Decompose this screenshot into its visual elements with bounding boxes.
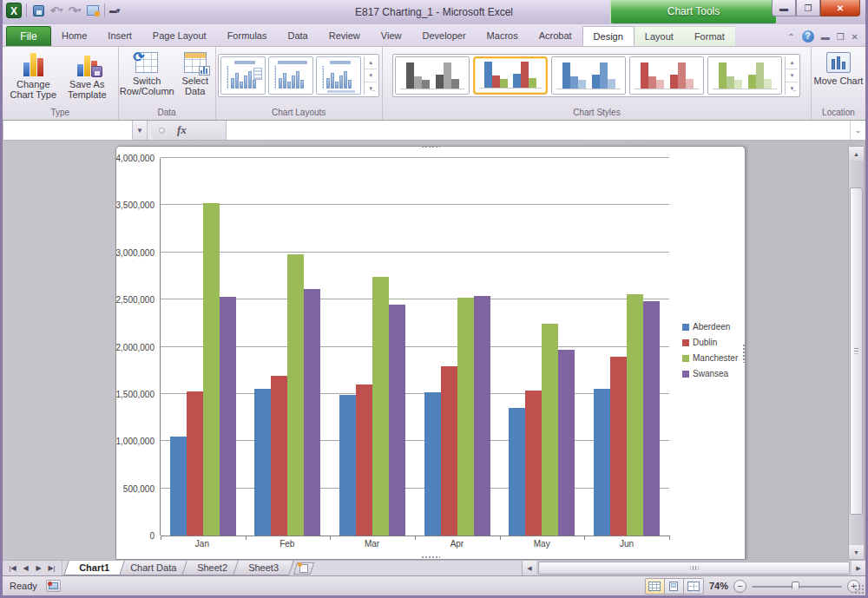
formula-input[interactable] — [227, 121, 850, 140]
bar-manchester-apr[interactable] — [457, 298, 474, 536]
scroll-left-icon[interactable]: ◀ — [523, 561, 536, 575]
scroll-right-icon[interactable]: ▶ — [852, 561, 865, 575]
bar-aberdeen-mar[interactable] — [339, 395, 356, 536]
next-sheet-icon[interactable]: ▶ — [33, 564, 44, 572]
page-break-preview-button[interactable] — [684, 579, 703, 594]
legend-item-swansea[interactable]: Swansea — [682, 369, 738, 378]
tab-page-layout[interactable]: Page Layout — [142, 26, 217, 46]
scroll-down-icon[interactable]: ▼ — [849, 545, 864, 559]
horizontal-scrollbar[interactable]: ◀ ▶ — [522, 561, 865, 575]
tab-macros[interactable]: Macros — [477, 26, 529, 46]
chart-layout-option-3[interactable] — [316, 56, 361, 95]
tab-acrobat[interactable]: Acrobat — [529, 26, 582, 46]
legend-item-dublin[interactable]: Dublin — [682, 338, 738, 347]
page-layout-view-button[interactable] — [665, 579, 684, 594]
expand-formula-bar-icon[interactable]: ⌄ — [850, 121, 865, 140]
chart-resize-handle-right[interactable] — [742, 344, 746, 363]
bar-manchester-feb[interactable] — [287, 254, 304, 536]
chart-style-option-5[interactable] — [707, 56, 782, 95]
workbook-restore-icon[interactable]: ❐ — [837, 32, 845, 42]
bar-dublin-may[interactable] — [525, 391, 542, 536]
previous-sheet-icon[interactable]: ◀ — [20, 564, 31, 572]
chart-legend[interactable]: AberdeenDublinManchesterSwansea — [682, 322, 738, 384]
bar-swansea-jun[interactable] — [643, 301, 660, 536]
tab-data[interactable]: Data — [277, 26, 318, 46]
plot-area[interactable] — [160, 158, 669, 536]
bar-swansea-may[interactable] — [558, 350, 575, 536]
tab-review[interactable]: Review — [319, 26, 371, 46]
chart-style-option-4[interactable] — [629, 56, 704, 95]
bar-aberdeen-jan[interactable] — [170, 437, 187, 536]
move-chart-button[interactable]: Move Chart — [812, 49, 865, 86]
normal-view-button[interactable] — [646, 579, 665, 594]
tab-format[interactable]: Format — [684, 26, 735, 46]
tab-design[interactable]: Design — [582, 26, 635, 46]
horizontal-scroll-thumb[interactable] — [538, 562, 850, 575]
tab-home[interactable]: Home — [51, 26, 97, 46]
tab-view[interactable]: View — [371, 26, 412, 46]
bar-manchester-jun[interactable] — [627, 294, 643, 536]
first-sheet-icon[interactable]: |◀ — [7, 564, 18, 572]
switch-row-column-button[interactable]: ⟳ Switch Row/Column — [119, 49, 175, 96]
save-as-template-button[interactable]: Save As Template — [60, 49, 114, 100]
tab-layout[interactable]: Layout — [635, 26, 684, 46]
bar-swansea-feb[interactable] — [304, 289, 320, 536]
chart-sheet[interactable]: 0500,0001,000,0001,500,0002,000,0002,500… — [115, 146, 746, 560]
tab-developer[interactable]: Developer — [411, 26, 476, 46]
minimize-ribbon-icon[interactable]: ⌃ — [787, 32, 794, 42]
vertical-scrollbar[interactable]: ▲ ▼ — [848, 146, 865, 560]
bar-swansea-mar[interactable] — [389, 305, 405, 536]
gallery-more-icon[interactable]: ▼̲ — [365, 82, 377, 95]
name-box[interactable] — [3, 121, 133, 140]
chart-style-option-3[interactable] — [551, 56, 626, 95]
bar-aberdeen-feb[interactable] — [254, 389, 271, 536]
select-data-button[interactable]: Select Data — [175, 49, 215, 96]
chart-style-option-2[interactable] — [473, 56, 548, 95]
chart-layout-option-2[interactable] — [268, 56, 313, 95]
insert-function-button[interactable]: fx — [177, 123, 187, 137]
bar-swansea-jan[interactable] — [220, 297, 236, 536]
macro-record-icon[interactable] — [46, 580, 61, 592]
bar-dublin-apr[interactable] — [441, 366, 457, 536]
tab-formulas[interactable]: Formulas — [217, 26, 278, 46]
bar-dublin-jun[interactable] — [610, 357, 627, 536]
horizontal-scroll-track[interactable] — [536, 561, 852, 575]
scroll-up-icon[interactable]: ▲ — [849, 147, 864, 161]
scroll-down-icon[interactable]: ▼ — [365, 69, 377, 82]
bar-dublin-mar[interactable] — [356, 384, 372, 536]
gallery-more-icon[interactable]: ▼̲ — [786, 82, 798, 95]
restore-button[interactable]: ❐ — [796, 0, 820, 16]
bar-manchester-may[interactable] — [542, 324, 558, 536]
chart-resize-handle-top[interactable] — [421, 145, 440, 149]
scroll-down-icon[interactable]: ▼ — [786, 69, 798, 82]
sheet-tab-chart-data[interactable]: Chart Data — [115, 561, 192, 575]
name-box-dropdown-icon[interactable]: ▼ — [133, 121, 148, 140]
workbook-close-icon[interactable]: ✕ — [852, 32, 858, 42]
legend-item-manchester[interactable]: Manchester — [682, 353, 738, 363]
bar-manchester-jan[interactable] — [203, 203, 220, 536]
scroll-up-icon[interactable]: ▲ — [786, 56, 798, 69]
minimize-button[interactable]: ▬ — [772, 0, 796, 16]
chart-style-option-1[interactable] — [395, 56, 470, 95]
chart-layout-option-1[interactable] — [220, 56, 266, 95]
zoom-out-icon[interactable]: − — [733, 580, 746, 593]
bar-aberdeen-jun[interactable] — [594, 389, 610, 536]
workbook-minimize-icon[interactable]: ▬ — [821, 32, 830, 42]
zoom-level[interactable]: 74% — [709, 581, 728, 591]
window-resize-grip[interactable] — [854, 584, 865, 595]
sheet-tab-chart1[interactable]: Chart1 — [63, 561, 124, 575]
bar-swansea-apr[interactable] — [474, 296, 490, 536]
last-sheet-icon[interactable]: ▶| — [46, 564, 57, 572]
scroll-up-icon[interactable]: ▲ — [365, 56, 377, 69]
bar-aberdeen-may[interactable] — [509, 408, 525, 536]
change-chart-type-button[interactable]: Change Chart Type — [6, 49, 60, 100]
bar-dublin-jan[interactable] — [187, 391, 203, 536]
tab-file[interactable]: File — [6, 26, 51, 46]
close-button[interactable]: ✕ — [820, 0, 860, 16]
legend-item-aberdeen[interactable]: Aberdeen — [682, 322, 738, 332]
vertical-scroll-thumb[interactable] — [850, 187, 863, 515]
insert-worksheet-button[interactable] — [293, 562, 315, 575]
bar-manchester-mar[interactable] — [372, 277, 389, 536]
bar-dublin-feb[interactable] — [271, 376, 287, 536]
vertical-scroll-track[interactable] — [849, 161, 864, 545]
